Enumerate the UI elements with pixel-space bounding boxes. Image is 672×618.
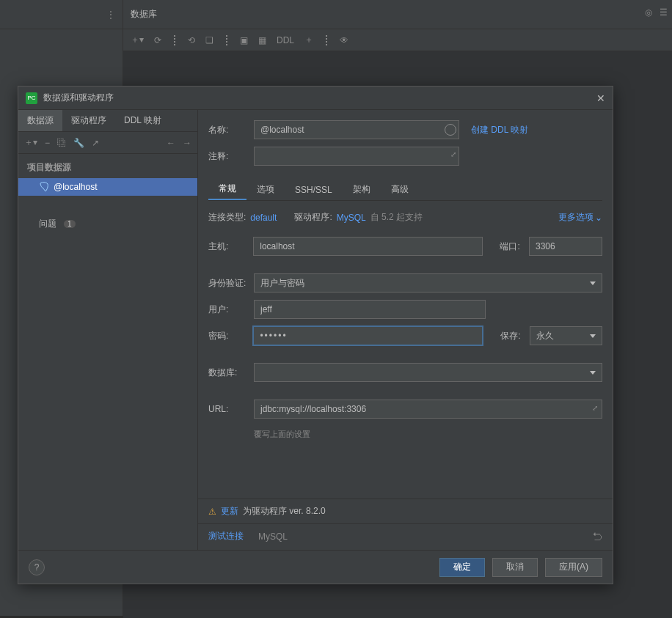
label-database: 数据库: [208, 367, 254, 379]
wrench-icon[interactable]: 🔧 [73, 138, 84, 148]
dialog-title: 数据源和驱动程序 [43, 92, 114, 104]
left-tabs: 数据源 驱动程序 DDL 映射 [18, 110, 197, 132]
bg-toolbar-left: ⋮ [0, 0, 123, 29]
back-icon[interactable]: ← [167, 138, 175, 148]
label-comment: 注释: [208, 150, 254, 163]
tab-ssh[interactable]: SSH/SSL [285, 179, 343, 200]
eye-icon[interactable]: 👁 [340, 35, 348, 45]
refresh-db-icon[interactable]: ⟳ [154, 35, 161, 45]
row-user: 用户: [208, 300, 602, 319]
add-icon[interactable]: ＋▾ [131, 34, 144, 46]
divider [174, 35, 175, 45]
expand-icon[interactable]: ⤢ [592, 404, 598, 412]
auth-select[interactable]: 用户与密码 [254, 273, 602, 293]
mysql-icon [39, 182, 49, 192]
row-database: 数据库: [208, 363, 602, 382]
right-panel: 名称: 创建 DDL 映射 注释: ⤢ 常规 选项 SSH/SSL 架构 [198, 110, 613, 550]
label-port: 端口: [500, 240, 529, 253]
label-driver: 驱动程序: [294, 211, 332, 224]
label-name: 名称: [208, 124, 254, 136]
driver-since: 自 5.2 起支持 [370, 211, 423, 224]
driver-update-row: ⚠ 更新 为驱动程序 ver. 8.2.0 [198, 499, 613, 523]
create-ddl-link[interactable]: 创建 DDL 映射 [471, 124, 528, 136]
tab-ddl[interactable]: DDL 映射 [115, 110, 170, 131]
section-project-datasources: 项目数据源 [18, 154, 197, 178]
dialog-body: 数据源 驱动程序 DDL 映射 ＋▾ − ⿻ 🔧 ↗ ← → 项目数据源 @lo… [18, 110, 613, 550]
row-name: 名称: 创建 DDL 映射 [208, 120, 602, 139]
close-icon[interactable]: ✕ [596, 92, 605, 104]
test-connection-link[interactable]: 测试连接 [208, 530, 244, 542]
row-auth: 身份验证: 用户与密码 [208, 273, 602, 293]
stack-icon[interactable]: ❏ [205, 35, 213, 45]
cancel-button[interactable]: 取消 [492, 558, 538, 577]
tab-drivers[interactable]: 驱动程序 [62, 110, 115, 131]
more-options-link[interactable]: 更多选项 ⌄ [558, 211, 602, 224]
tab-options[interactable]: 选项 [246, 179, 285, 200]
port-input[interactable] [529, 237, 602, 256]
tab-general[interactable]: 常规 [208, 179, 246, 200]
bg-window-title: 数据库 [123, 8, 157, 21]
warning-icon: ⚠ [208, 507, 216, 517]
conn-type-value[interactable]: default [250, 213, 277, 223]
label-user: 用户: [208, 304, 254, 316]
bg-sub-toolbar: ＋▾ ⟳ ⟲ ❏ ▣ ▦ DDL ＋ 👁 [123, 29, 672, 51]
menu-icon[interactable]: ☰ [660, 7, 668, 18]
row-comment: 注释: ⤢ [208, 147, 602, 166]
comment-input[interactable] [254, 147, 459, 166]
tab-advanced[interactable]: 高级 [381, 179, 419, 200]
driver-link[interactable]: MySQL [337, 213, 366, 223]
more-icon[interactable]: ⋮ [106, 10, 115, 20]
name-input[interactable] [254, 120, 459, 139]
app-icon: PC [26, 92, 37, 104]
console-icon[interactable]: ▣ [240, 35, 248, 45]
left-toolbar: ＋▾ − ⿻ 🔧 ↗ ← → [18, 132, 197, 154]
test-driver-name: MySQL [258, 531, 288, 542]
database-select[interactable] [254, 363, 602, 382]
datasource-dialog: PC 数据源和驱动程序 ✕ 数据源 驱动程序 DDL 映射 ＋▾ − ⿻ 🔧 ↗… [18, 86, 613, 584]
add-icon[interactable]: ＋▾ [24, 136, 37, 149]
tree-item-label: @localhost [54, 182, 98, 192]
url-hint: 覆写上面的设置 [254, 429, 602, 440]
tab-schema[interactable]: 架构 [343, 179, 381, 200]
row-host: 主机: 端口: [208, 237, 602, 256]
add2-icon[interactable]: ＋ [304, 34, 313, 46]
label-password: 密码: [208, 330, 253, 342]
test-connection-row: 测试连接 MySQL ⮌ [198, 523, 613, 550]
label-conn-type: 连接类型: [208, 211, 246, 224]
problems-label: 问题 [39, 218, 56, 230]
save-select[interactable]: 永久 [530, 326, 602, 345]
dialog-titlebar: PC 数据源和驱动程序 ✕ [18, 87, 613, 110]
apply-button[interactable]: 应用(A) [545, 558, 602, 577]
forward-icon[interactable]: → [183, 138, 191, 148]
tree-item-localhost[interactable]: @localhost [18, 178, 197, 196]
color-picker-icon[interactable] [445, 124, 456, 136]
chevron-down-icon: ⌄ [595, 213, 602, 223]
dialog-footer: ? 确定 取消 应用(A) [18, 550, 613, 584]
user-input[interactable] [254, 300, 486, 319]
expand-icon[interactable]: ⤢ [450, 150, 456, 158]
label-auth: 身份验证: [208, 277, 254, 290]
sync-icon[interactable]: ⟲ [188, 35, 195, 45]
bg-toolbar-right-icons: ◎ ☰ [645, 7, 668, 18]
revert-icon[interactable]: ⮌ [592, 531, 602, 542]
left-panel: 数据源 驱动程序 DDL 映射 ＋▾ − ⿻ 🔧 ↗ ← → 项目数据源 @lo… [18, 110, 198, 550]
tree-item-problems[interactable]: 问题 1 [18, 215, 197, 232]
host-input[interactable] [253, 237, 482, 256]
ok-button[interactable]: 确定 [439, 558, 485, 577]
label-host: 主机: [208, 240, 253, 253]
divider [326, 35, 327, 45]
tab-datasources[interactable]: 数据源 [18, 110, 62, 131]
update-driver-link[interactable]: 更新 [221, 505, 238, 518]
table-icon[interactable]: ▦ [258, 35, 266, 45]
copy-icon[interactable]: ⿻ [57, 138, 66, 148]
label-save: 保存: [500, 330, 530, 342]
ddl-label[interactable]: DDL [277, 35, 294, 45]
help-button[interactable]: ? [29, 559, 45, 575]
row-url: URL: ⤢ [208, 400, 602, 419]
password-input[interactable] [253, 326, 483, 345]
problems-count: 1 [64, 220, 76, 228]
target-icon[interactable]: ◎ [645, 7, 652, 18]
url-input[interactable] [254, 400, 602, 419]
remove-icon[interactable]: − [45, 138, 50, 148]
expand-external-icon[interactable]: ↗ [92, 138, 99, 148]
